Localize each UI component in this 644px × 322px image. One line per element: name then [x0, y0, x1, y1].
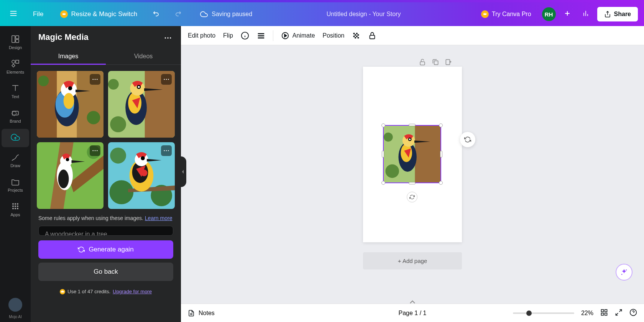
zoom-value[interactable]: 22% [581, 310, 593, 317]
list-button[interactable] [257, 31, 265, 40]
svg-point-59 [97, 150, 98, 151]
svg-point-57 [92, 150, 94, 151]
resize-handle[interactable] [440, 151, 442, 158]
menu-button[interactable] [6, 6, 21, 22]
sidebar-item-design[interactable]: Design [2, 31, 29, 54]
panel-title: Magic Media [38, 32, 89, 42]
resize-handle[interactable] [381, 181, 385, 185]
svg-rect-84 [356, 36, 358, 37]
panel-more-button[interactable] [163, 32, 173, 42]
help-button[interactable] [629, 309, 637, 318]
sidebar-item-projects[interactable]: Projects [2, 173, 29, 196]
resize-handle[interactable] [409, 182, 416, 184]
document-title[interactable]: Untitled design - Your Story [327, 11, 401, 18]
edit-photo-button[interactable]: Edit photo [188, 32, 215, 39]
resize-handle[interactable] [381, 123, 385, 127]
svg-rect-9 [16, 36, 19, 39]
image-menu-button[interactable] [161, 74, 172, 85]
flip-button[interactable]: Flip [223, 32, 233, 39]
analytics-button[interactable] [579, 7, 593, 22]
user-avatar[interactable]: RH [542, 7, 556, 21]
canvas-viewport[interactable]: + Add page [181, 45, 644, 304]
panel-tabs: Images Videos [31, 48, 181, 65]
sidebar-item-apps[interactable]: Apps [2, 198, 29, 221]
magic-assist-button[interactable] [616, 264, 632, 281]
file-menu[interactable]: File [28, 7, 48, 21]
svg-point-35 [64, 93, 74, 109]
save-status: Saving paused [200, 10, 252, 18]
info-button[interactable] [241, 31, 249, 40]
sidebar-item-elements[interactable]: Elements [2, 55, 29, 78]
image-menu-button[interactable] [90, 74, 100, 85]
svg-point-96 [384, 133, 393, 142]
notes-button[interactable]: Notes [188, 310, 215, 317]
svg-rect-10 [16, 39, 19, 43]
position-button[interactable]: Position [323, 32, 345, 39]
left-sidebar: Design Elements Text Brand Draw Projects… [0, 26, 31, 322]
tab-videos[interactable]: Videos [106, 48, 181, 64]
add-page-bar[interactable]: + Add page [363, 252, 462, 269]
crown-icon [481, 10, 489, 18]
svg-rect-79 [353, 33, 355, 34]
bottom-bar: Notes Page 1 / 1 22% [181, 304, 644, 322]
resize-handle[interactable] [439, 181, 443, 185]
go-back-button[interactable]: Go back [38, 263, 173, 281]
svg-point-102 [626, 269, 627, 271]
rules-text: Some rules apply when using these images… [31, 215, 181, 226]
svg-rect-89 [434, 61, 438, 65]
tab-images[interactable]: Images [31, 48, 106, 64]
fullscreen-button[interactable] [615, 309, 623, 318]
svg-point-29 [38, 76, 49, 86]
resize-button[interactable]: Resize & Magic Switch [56, 7, 142, 21]
prompt-input[interactable]: A woodpecker in a tree [38, 226, 173, 236]
redo-button[interactable] [171, 7, 185, 22]
svg-point-14 [12, 203, 14, 205]
generated-image-2[interactable] [108, 71, 175, 138]
page-indicator[interactable]: Page 1 / 1 [399, 310, 427, 317]
unlock-page-button[interactable] [419, 58, 426, 67]
generate-again-button[interactable]: Generate again [38, 240, 173, 259]
svg-point-23 [165, 37, 166, 38]
animate-button[interactable]: Animate [281, 31, 315, 40]
transparency-button[interactable] [352, 31, 360, 40]
generated-image-1[interactable] [37, 71, 104, 138]
sidebar-item-uploads[interactable] [2, 129, 29, 147]
zoom-slider[interactable] [513, 312, 574, 314]
share-button[interactable]: Share [597, 7, 638, 21]
resize-handle[interactable] [382, 151, 384, 158]
svg-point-36 [92, 79, 94, 80]
regenerate-float-button[interactable] [460, 132, 475, 147]
duplicate-page-button[interactable] [432, 58, 439, 67]
try-pro-button[interactable]: Try Canva Pro [475, 7, 537, 21]
svg-rect-94 [415, 126, 440, 182]
magic-media-panel: Magic Media Images Videos [31, 26, 181, 322]
svg-point-17 [12, 205, 14, 207]
resize-handle[interactable] [439, 123, 443, 127]
expand-pages-button[interactable] [409, 299, 416, 306]
design-page[interactable] [363, 67, 462, 242]
sidebar-item-draw[interactable]: Draw [2, 149, 29, 172]
learn-more-link[interactable]: Learn more [145, 215, 172, 221]
svg-point-16 [17, 203, 18, 205]
lock-button[interactable] [368, 31, 376, 40]
notes-icon [188, 310, 195, 317]
generated-image-4[interactable] [108, 142, 175, 209]
sidebar-item-brand[interactable]: Brand [2, 104, 29, 127]
grid-view-button[interactable] [600, 309, 608, 318]
add-member-button[interactable] [560, 7, 574, 22]
zoom-thumb[interactable] [526, 310, 532, 316]
image-menu-button[interactable] [90, 145, 100, 156]
resize-handle[interactable] [409, 124, 416, 126]
svg-rect-76 [258, 35, 264, 36]
mojo-ai-icon[interactable] [8, 298, 22, 312]
add-page-button[interactable] [445, 58, 452, 67]
sidebar-item-text[interactable]: Text [2, 80, 29, 103]
svg-point-49 [166, 79, 167, 80]
undo-button[interactable] [150, 7, 163, 22]
generated-image-3[interactable] [37, 142, 104, 209]
rotate-handle[interactable] [407, 192, 417, 202]
svg-point-22 [17, 208, 18, 209]
upgrade-link[interactable]: Upgrade for more [113, 289, 152, 294]
selected-image[interactable] [383, 125, 441, 183]
image-menu-button[interactable] [161, 145, 172, 156]
